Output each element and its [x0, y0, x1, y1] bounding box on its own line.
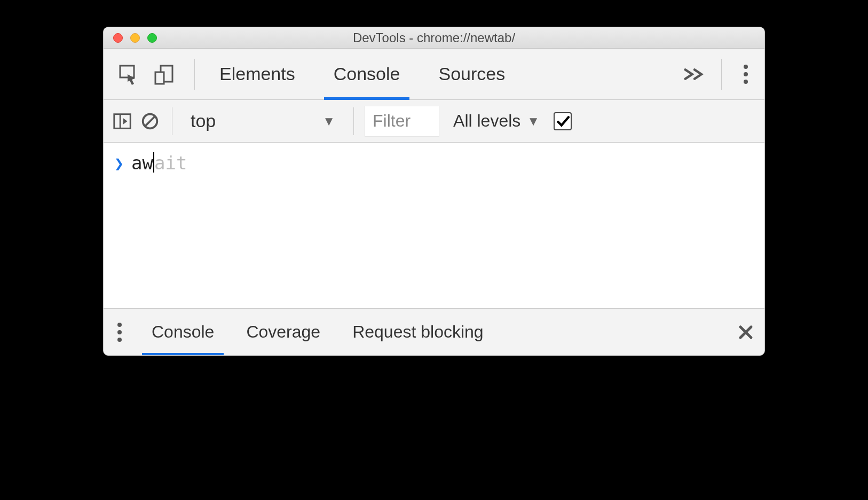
spacer [500, 309, 727, 355]
customize-menu-icon[interactable] [727, 49, 764, 99]
filter-placeholder: Filter [373, 111, 411, 131]
console-sidebar-toggle-icon[interactable] [111, 110, 133, 132]
svg-point-5 [744, 80, 748, 84]
drawer-tab-label: Coverage [246, 322, 320, 342]
filter-input[interactable]: Filter [365, 106, 439, 137]
device-toolbar-icon[interactable] [153, 63, 175, 85]
console-prompt[interactable]: ❯ await [114, 152, 754, 174]
console-toolbar: top ▼ Filter All levels ▼ [104, 100, 764, 143]
separator [194, 59, 195, 90]
separator [721, 59, 722, 90]
tab-label: Console [334, 64, 400, 84]
close-window-button[interactable] [113, 33, 123, 43]
separator [353, 107, 354, 135]
console-body[interactable]: ❯ await [104, 143, 764, 308]
tab-elements[interactable]: Elements [200, 49, 314, 99]
titlebar: DevTools - chrome://newtab/ [104, 27, 764, 49]
inspect-tools [104, 49, 189, 99]
log-levels-select[interactable]: All levels ▼ [445, 111, 540, 131]
drawer-tab-coverage[interactable]: Coverage [230, 309, 336, 355]
window-title: DevTools - chrome://newtab/ [104, 30, 764, 45]
chevron-down-icon: ▼ [527, 114, 540, 129]
drawer-menu-icon[interactable] [104, 309, 136, 355]
prompt-chevron-icon: ❯ [114, 154, 124, 173]
window-controls [104, 33, 157, 43]
clear-console-icon[interactable] [139, 110, 161, 132]
main-tab-strip: Elements Console Sources [104, 49, 764, 100]
levels-label: All levels [453, 111, 520, 131]
tab-sources[interactable]: Sources [419, 49, 524, 99]
svg-rect-0 [120, 66, 134, 77]
close-drawer-icon[interactable] [727, 309, 764, 355]
console-input[interactable]: await [131, 152, 187, 174]
main-tabs: Elements Console Sources [200, 49, 673, 99]
zoom-window-button[interactable] [147, 33, 157, 43]
drawer-tab-request-blocking[interactable]: Request blocking [336, 309, 499, 355]
autocomplete-ghost: ait [154, 152, 187, 174]
svg-point-3 [744, 65, 748, 69]
tab-label: Sources [438, 64, 505, 84]
separator [172, 107, 172, 135]
more-tabs-icon[interactable] [673, 49, 716, 99]
tab-label: Elements [219, 64, 295, 84]
svg-rect-6 [114, 114, 130, 128]
tab-console[interactable]: Console [314, 49, 420, 99]
drawer-tab-label: Console [152, 322, 214, 342]
svg-point-12 [117, 338, 122, 342]
svg-line-9 [145, 116, 155, 126]
devtools-window: DevTools - chrome://newtab/ Elements [103, 27, 765, 356]
drawer-tab-console[interactable]: Console [136, 309, 230, 355]
preserve-log-checkbox[interactable] [554, 112, 572, 130]
svg-point-4 [744, 72, 748, 76]
minimize-window-button[interactable] [130, 33, 140, 43]
typed-text: aw [131, 152, 153, 174]
drawer-tab-label: Request blocking [352, 322, 483, 342]
svg-point-10 [117, 323, 122, 327]
context-label: top [191, 111, 216, 131]
chevron-down-icon: ▼ [322, 114, 335, 129]
svg-point-11 [117, 330, 122, 334]
drawer: Console Coverage Request blocking [104, 308, 764, 355]
inspect-element-icon[interactable] [117, 63, 140, 85]
svg-rect-2 [155, 72, 164, 84]
execution-context-select[interactable]: top ▼ [183, 104, 343, 138]
